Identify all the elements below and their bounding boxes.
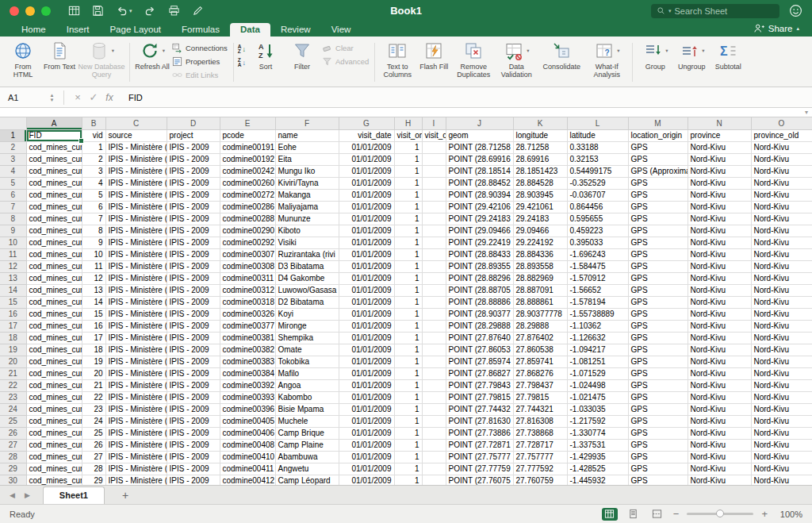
cell-I14[interactable] xyxy=(422,284,446,296)
cell-G16[interactable]: 01/01/2009 xyxy=(339,308,394,320)
cell-K29[interactable]: 27.777592 xyxy=(513,463,567,475)
cell-I22[interactable] xyxy=(422,379,446,391)
cell-K24[interactable]: 27.744321 xyxy=(513,403,567,415)
cell-B25[interactable]: 24 xyxy=(82,415,105,427)
cell-J15[interactable]: POINT (28.88886 xyxy=(446,296,513,308)
cell-O8[interactable]: Nord-Kivu xyxy=(751,213,812,225)
cell-F13[interactable]: D4 Gakombe xyxy=(275,272,339,284)
sort-button[interactable]: AZ Sort xyxy=(247,39,284,71)
cell-E19[interactable]: codmine00382 xyxy=(220,344,275,356)
cell-A19[interactable]: cod_mines_cura xyxy=(26,344,82,356)
cell-A11[interactable]: cod_mines_cura xyxy=(26,248,82,260)
cell-I11[interactable] xyxy=(422,248,446,260)
cell-D23[interactable]: IPIS - 2009 xyxy=(167,391,220,403)
cell-C14[interactable]: IPIS - Ministère ( xyxy=(105,284,167,296)
column-header-I[interactable]: I xyxy=(422,117,446,129)
cell-C17[interactable]: IPIS - Ministère ( xyxy=(105,320,167,332)
cell-N12[interactable]: Nord-Kivu xyxy=(688,260,751,272)
cell-F22[interactable]: Angoa xyxy=(275,379,339,391)
cell-N5[interactable]: Nord-Kivu xyxy=(688,177,751,189)
cell-H25[interactable]: 1 xyxy=(394,415,422,427)
cell-B10[interactable]: 9 xyxy=(82,237,105,248)
cell-G2[interactable]: 01/01/2009 xyxy=(339,141,394,153)
cell-F6[interactable]: Makanga xyxy=(275,189,339,201)
cell-B1[interactable]: vid xyxy=(82,129,105,141)
cell-H22[interactable]: 1 xyxy=(394,379,422,391)
cell-F12[interactable]: D3 Bibatama xyxy=(275,260,339,272)
cell-H23[interactable]: 1 xyxy=(394,391,422,403)
cell-H27[interactable]: 1 xyxy=(394,439,422,451)
cell-B2[interactable]: 1 xyxy=(82,141,105,153)
cell-L13[interactable]: -1.570912 xyxy=(567,272,628,284)
cell-M8[interactable]: GPS xyxy=(628,213,688,225)
connections-button[interactable]: Connections xyxy=(172,43,228,53)
cell-M23[interactable]: GPS xyxy=(628,391,688,403)
cell-G22[interactable]: 01/01/2009 xyxy=(339,379,394,391)
cell-H26[interactable]: 1 xyxy=(394,427,422,439)
cell-O23[interactable]: Nord-Kivu xyxy=(751,391,812,403)
cell-K18[interactable]: 27.876402 xyxy=(513,332,567,344)
cell-E30[interactable]: codmine00412 xyxy=(220,475,275,485)
column-header-B[interactable]: B xyxy=(82,117,105,129)
row-header-20[interactable]: 20 xyxy=(0,356,26,367)
cell-C30[interactable]: IPIS - Ministère ( xyxy=(105,475,167,485)
cell-H14[interactable]: 1 xyxy=(394,284,422,296)
cell-F4[interactable]: Mungu Iko xyxy=(275,165,339,177)
cell-H18[interactable]: 1 xyxy=(394,332,422,344)
cell-O19[interactable]: Nord-Kivu xyxy=(751,344,812,356)
cell-N4[interactable]: Nord-Kivu xyxy=(688,165,751,177)
flash-fill-button[interactable]: Flash Fill xyxy=(416,39,452,71)
cell-K14[interactable]: 28.887091 xyxy=(513,284,567,296)
cell-I17[interactable] xyxy=(422,320,446,332)
cell-K25[interactable]: 27.816308 xyxy=(513,415,567,427)
cell-J5[interactable]: POINT (28.88452 xyxy=(446,177,513,189)
minimize-window-button[interactable] xyxy=(25,6,35,16)
cell-G6[interactable]: 01/01/2009 xyxy=(339,189,394,201)
cell-H28[interactable]: 1 xyxy=(394,451,422,463)
cell-D22[interactable]: IPIS - 2009 xyxy=(167,379,220,391)
cell-J22[interactable]: POINT (27.79843 xyxy=(446,379,513,391)
cell-O30[interactable]: Nord-Kivu xyxy=(751,475,812,485)
ribbon-tab-review[interactable]: Review xyxy=(270,23,321,37)
column-header-D[interactable]: D xyxy=(167,117,220,129)
cell-K19[interactable]: 27.860538 xyxy=(513,344,567,356)
cell-M7[interactable]: GPS xyxy=(628,201,688,213)
cell-J7[interactable]: POINT (29.42106 xyxy=(446,201,513,213)
cell-G5[interactable]: 01/01/2009 xyxy=(339,177,394,189)
cell-O3[interactable]: Nord-Kivu xyxy=(751,153,812,165)
cell-J8[interactable]: POINT (29.24183 xyxy=(446,213,513,225)
cell-N28[interactable]: Nord-Kivu xyxy=(688,451,751,463)
cell-J25[interactable]: POINT (27.81630 xyxy=(446,415,513,427)
cell-F17[interactable]: Mironge xyxy=(275,320,339,332)
ungroup-button[interactable]: ▾ Ungroup xyxy=(673,39,710,71)
row-header-27[interactable]: 27 xyxy=(0,439,26,451)
cell-E23[interactable]: codmine00393 xyxy=(220,391,275,403)
cell-B21[interactable]: 20 xyxy=(82,367,105,379)
cell-B12[interactable]: 11 xyxy=(82,260,105,272)
row-header-21[interactable]: 21 xyxy=(0,367,26,379)
column-header-M[interactable]: M xyxy=(628,117,688,129)
cell-E15[interactable]: codmine00318 xyxy=(220,296,275,308)
cell-N8[interactable]: Nord-Kivu xyxy=(688,213,751,225)
cell-F23[interactable]: Kabombo xyxy=(275,391,339,403)
cell-E22[interactable]: codmine00392 xyxy=(220,379,275,391)
cell-G7[interactable]: 01/01/2009 xyxy=(339,201,394,213)
cell-L23[interactable]: -1.021475 xyxy=(567,391,628,403)
cell-N30[interactable]: Nord-Kivu xyxy=(688,475,751,485)
cell-J14[interactable]: POINT (28.88705 xyxy=(446,284,513,296)
row-header-26[interactable]: 26 xyxy=(0,427,26,439)
cell-H10[interactable]: 1 xyxy=(394,237,422,248)
column-header-O[interactable]: O xyxy=(751,117,812,129)
redo-button[interactable] xyxy=(144,5,156,17)
cell-A28[interactable]: cod_mines_cura xyxy=(26,451,82,463)
cell-L19[interactable]: -1.094217 xyxy=(567,344,628,356)
cell-G29[interactable]: 01/01/2009 xyxy=(339,463,394,475)
cell-M21[interactable]: GPS xyxy=(628,367,688,379)
insert-function-button[interactable]: fx xyxy=(102,92,117,103)
page-break-view-button[interactable] xyxy=(649,508,665,521)
column-header-N[interactable]: N xyxy=(688,117,751,129)
cell-A13[interactable]: cod_mines_cura xyxy=(26,272,82,284)
cell-F16[interactable]: Koyi xyxy=(275,308,339,320)
page-layout-view-button[interactable] xyxy=(626,508,642,521)
cell-M12[interactable]: GPS xyxy=(628,260,688,272)
